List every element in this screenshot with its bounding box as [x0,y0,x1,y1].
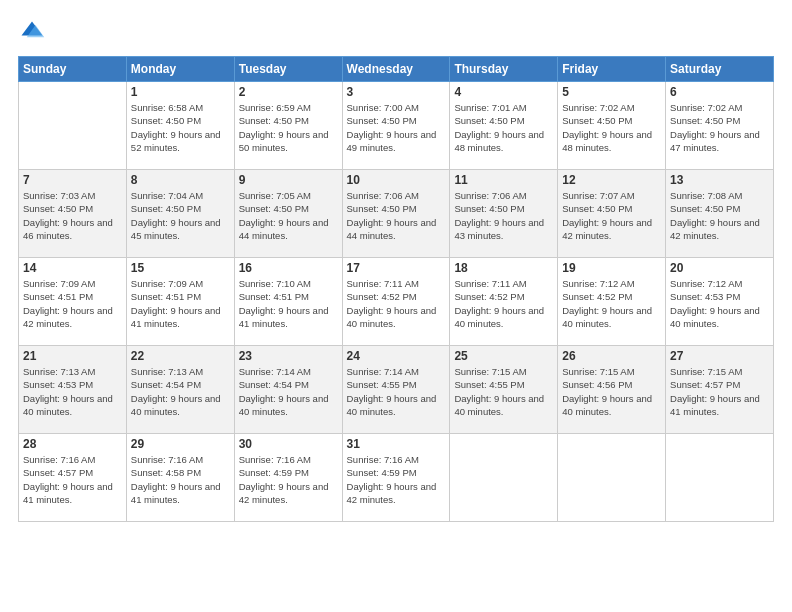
day-number: 18 [454,261,553,275]
day-number: 26 [562,349,661,363]
calendar-cell: 24Sunrise: 7:14 AM Sunset: 4:55 PM Dayli… [342,346,450,434]
day-number: 24 [347,349,446,363]
calendar-cell: 11Sunrise: 7:06 AM Sunset: 4:50 PM Dayli… [450,170,558,258]
day-info: Sunrise: 7:13 AM Sunset: 4:54 PM Dayligh… [131,365,230,418]
header-day-wednesday: Wednesday [342,57,450,82]
day-info: Sunrise: 7:04 AM Sunset: 4:50 PM Dayligh… [131,189,230,242]
day-number: 27 [670,349,769,363]
header-day-friday: Friday [558,57,666,82]
day-info: Sunrise: 7:08 AM Sunset: 4:50 PM Dayligh… [670,189,769,242]
calendar-cell: 15Sunrise: 7:09 AM Sunset: 4:51 PM Dayli… [126,258,234,346]
day-number: 28 [23,437,122,451]
day-info: Sunrise: 7:15 AM Sunset: 4:56 PM Dayligh… [562,365,661,418]
calendar-cell: 27Sunrise: 7:15 AM Sunset: 4:57 PM Dayli… [666,346,774,434]
week-row-3: 14Sunrise: 7:09 AM Sunset: 4:51 PM Dayli… [19,258,774,346]
day-number: 12 [562,173,661,187]
calendar-cell: 28Sunrise: 7:16 AM Sunset: 4:57 PM Dayli… [19,434,127,522]
day-number: 7 [23,173,122,187]
day-number: 17 [347,261,446,275]
calendar-cell: 20Sunrise: 7:12 AM Sunset: 4:53 PM Dayli… [666,258,774,346]
page: SundayMondayTuesdayWednesdayThursdayFrid… [0,0,792,612]
day-info: Sunrise: 7:09 AM Sunset: 4:51 PM Dayligh… [131,277,230,330]
calendar-cell: 4Sunrise: 7:01 AM Sunset: 4:50 PM Daylig… [450,82,558,170]
day-number: 8 [131,173,230,187]
day-number: 9 [239,173,338,187]
day-info: Sunrise: 7:14 AM Sunset: 4:55 PM Dayligh… [347,365,446,418]
calendar-cell: 8Sunrise: 7:04 AM Sunset: 4:50 PM Daylig… [126,170,234,258]
day-number: 10 [347,173,446,187]
calendar-cell: 17Sunrise: 7:11 AM Sunset: 4:52 PM Dayli… [342,258,450,346]
day-number: 23 [239,349,338,363]
calendar-cell: 12Sunrise: 7:07 AM Sunset: 4:50 PM Dayli… [558,170,666,258]
day-number: 29 [131,437,230,451]
calendar-cell: 29Sunrise: 7:16 AM Sunset: 4:58 PM Dayli… [126,434,234,522]
calendar-cell: 10Sunrise: 7:06 AM Sunset: 4:50 PM Dayli… [342,170,450,258]
calendar-cell: 18Sunrise: 7:11 AM Sunset: 4:52 PM Dayli… [450,258,558,346]
day-number: 16 [239,261,338,275]
calendar-header: SundayMondayTuesdayWednesdayThursdayFrid… [19,57,774,82]
header-row: SundayMondayTuesdayWednesdayThursdayFrid… [19,57,774,82]
day-number: 21 [23,349,122,363]
day-info: Sunrise: 7:16 AM Sunset: 4:57 PM Dayligh… [23,453,122,506]
day-number: 14 [23,261,122,275]
day-info: Sunrise: 7:01 AM Sunset: 4:50 PM Dayligh… [454,101,553,154]
day-number: 22 [131,349,230,363]
day-info: Sunrise: 7:10 AM Sunset: 4:51 PM Dayligh… [239,277,338,330]
week-row-5: 28Sunrise: 7:16 AM Sunset: 4:57 PM Dayli… [19,434,774,522]
logo [18,18,50,46]
day-number: 11 [454,173,553,187]
calendar-table: SundayMondayTuesdayWednesdayThursdayFrid… [18,56,774,522]
day-number: 30 [239,437,338,451]
header-day-thursday: Thursday [450,57,558,82]
day-number: 1 [131,85,230,99]
day-info: Sunrise: 7:12 AM Sunset: 4:53 PM Dayligh… [670,277,769,330]
calendar-cell: 30Sunrise: 7:16 AM Sunset: 4:59 PM Dayli… [234,434,342,522]
day-info: Sunrise: 7:02 AM Sunset: 4:50 PM Dayligh… [562,101,661,154]
day-info: Sunrise: 7:06 AM Sunset: 4:50 PM Dayligh… [454,189,553,242]
calendar-cell: 23Sunrise: 7:14 AM Sunset: 4:54 PM Dayli… [234,346,342,434]
day-number: 15 [131,261,230,275]
calendar-cell [450,434,558,522]
header [18,18,774,46]
calendar-cell: 1Sunrise: 6:58 AM Sunset: 4:50 PM Daylig… [126,82,234,170]
calendar-cell: 2Sunrise: 6:59 AM Sunset: 4:50 PM Daylig… [234,82,342,170]
calendar-cell: 7Sunrise: 7:03 AM Sunset: 4:50 PM Daylig… [19,170,127,258]
calendar-cell: 26Sunrise: 7:15 AM Sunset: 4:56 PM Dayli… [558,346,666,434]
day-info: Sunrise: 7:09 AM Sunset: 4:51 PM Dayligh… [23,277,122,330]
day-info: Sunrise: 6:58 AM Sunset: 4:50 PM Dayligh… [131,101,230,154]
calendar-cell: 16Sunrise: 7:10 AM Sunset: 4:51 PM Dayli… [234,258,342,346]
calendar-cell: 9Sunrise: 7:05 AM Sunset: 4:50 PM Daylig… [234,170,342,258]
header-day-saturday: Saturday [666,57,774,82]
calendar-cell: 13Sunrise: 7:08 AM Sunset: 4:50 PM Dayli… [666,170,774,258]
day-info: Sunrise: 7:11 AM Sunset: 4:52 PM Dayligh… [454,277,553,330]
day-info: Sunrise: 7:16 AM Sunset: 4:59 PM Dayligh… [347,453,446,506]
calendar-cell: 31Sunrise: 7:16 AM Sunset: 4:59 PM Dayli… [342,434,450,522]
calendar-cell: 25Sunrise: 7:15 AM Sunset: 4:55 PM Dayli… [450,346,558,434]
calendar-cell: 6Sunrise: 7:02 AM Sunset: 4:50 PM Daylig… [666,82,774,170]
day-number: 6 [670,85,769,99]
day-number: 4 [454,85,553,99]
logo-icon [18,18,46,46]
day-number: 3 [347,85,446,99]
calendar-cell: 22Sunrise: 7:13 AM Sunset: 4:54 PM Dayli… [126,346,234,434]
calendar-cell: 5Sunrise: 7:02 AM Sunset: 4:50 PM Daylig… [558,82,666,170]
calendar-cell [19,82,127,170]
day-number: 20 [670,261,769,275]
day-info: Sunrise: 7:02 AM Sunset: 4:50 PM Dayligh… [670,101,769,154]
week-row-4: 21Sunrise: 7:13 AM Sunset: 4:53 PM Dayli… [19,346,774,434]
day-info: Sunrise: 7:03 AM Sunset: 4:50 PM Dayligh… [23,189,122,242]
day-number: 19 [562,261,661,275]
day-info: Sunrise: 7:14 AM Sunset: 4:54 PM Dayligh… [239,365,338,418]
header-day-monday: Monday [126,57,234,82]
calendar-cell [666,434,774,522]
day-info: Sunrise: 7:11 AM Sunset: 4:52 PM Dayligh… [347,277,446,330]
day-number: 13 [670,173,769,187]
day-number: 5 [562,85,661,99]
week-row-2: 7Sunrise: 7:03 AM Sunset: 4:50 PM Daylig… [19,170,774,258]
calendar-body: 1Sunrise: 6:58 AM Sunset: 4:50 PM Daylig… [19,82,774,522]
day-info: Sunrise: 6:59 AM Sunset: 4:50 PM Dayligh… [239,101,338,154]
calendar-cell: 19Sunrise: 7:12 AM Sunset: 4:52 PM Dayli… [558,258,666,346]
day-info: Sunrise: 7:07 AM Sunset: 4:50 PM Dayligh… [562,189,661,242]
calendar-cell: 21Sunrise: 7:13 AM Sunset: 4:53 PM Dayli… [19,346,127,434]
day-info: Sunrise: 7:00 AM Sunset: 4:50 PM Dayligh… [347,101,446,154]
